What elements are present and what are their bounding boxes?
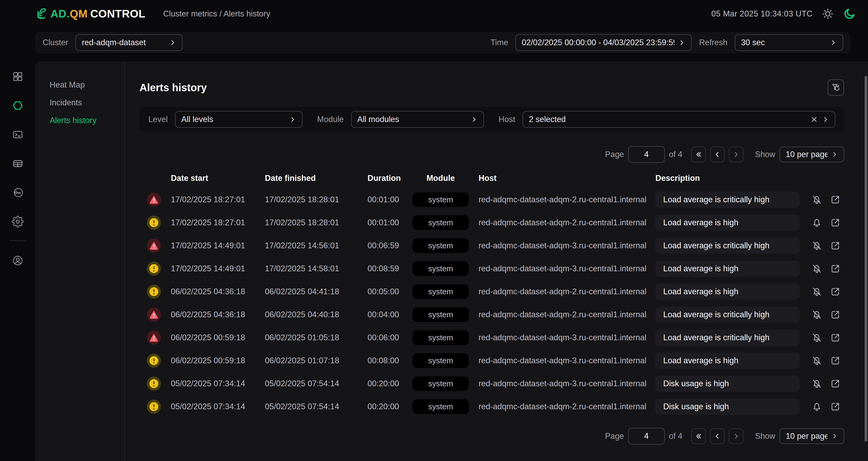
column-header-date-finished: Date finished [262, 174, 361, 183]
page-number-input[interactable] [628, 146, 665, 163]
table-icon[interactable] [12, 157, 24, 170]
table-row[interactable]: 06/02/2025 04:36:18 06/02/2025 04:40:18 … [140, 303, 844, 326]
table-row[interactable]: 06/02/2025 00:59:18 06/02/2025 01:05:18 … [140, 326, 844, 349]
duration-cell: 00:01:00 [361, 195, 408, 204]
description-cell: Load average is critically high [648, 192, 808, 208]
table-row[interactable]: 17/02/2025 18:27:01 17/02/2025 18:28:01 … [140, 188, 844, 211]
open-alert-cell [826, 240, 845, 251]
gear-icon[interactable] [12, 215, 24, 228]
date-finished-cell: 06/02/2025 01:05:18 [262, 333, 361, 342]
table-row[interactable]: 05/02/2025 07:34:14 05/02/2025 07:54:14 … [140, 372, 844, 395]
prev-page-button[interactable] [710, 428, 724, 444]
module-badge: system [412, 376, 469, 391]
dashboard-icon[interactable] [12, 70, 24, 83]
external-link-icon[interactable] [830, 309, 841, 320]
time-range-select[interactable]: 02/02/2025 00:00:00 - 04/03/2025 23:59:5… [515, 34, 692, 51]
time-range-value: 02/02/2025 00:00:00 - 04/03/2025 23:59:5… [522, 38, 675, 47]
bell-icon[interactable] [811, 401, 823, 412]
module-select[interactable]: All modules [351, 111, 484, 128]
open-alert-cell [826, 401, 845, 412]
table-row[interactable]: 06/02/2025 00:59:18 06/02/2025 01:07:18 … [140, 349, 844, 372]
bell-slash-icon[interactable] [811, 263, 823, 275]
table-row[interactable]: 17/02/2025 18:27:01 17/02/2025 18:28:01 … [140, 211, 844, 234]
page-of-label: of 4 [669, 431, 683, 441]
external-link-icon[interactable] [830, 286, 841, 297]
table-row[interactable]: 06/02/2025 04:36:18 06/02/2025 04:41:18 … [140, 280, 844, 303]
per-page-select[interactable]: 10 per page [779, 147, 844, 162]
bell-slash-icon[interactable] [811, 286, 823, 297]
per-page-value: 10 per page [786, 431, 828, 441]
table-row[interactable]: 05/02/2025 07:34:14 05/02/2025 07:54:14 … [140, 395, 844, 418]
sun-icon[interactable] [822, 7, 834, 20]
open-alert-cell [826, 355, 845, 366]
cluster-value: red-adqm-dataset [82, 38, 165, 47]
terminal-icon[interactable] [12, 128, 24, 141]
date-finished-cell: 06/02/2025 01:07:18 [262, 356, 361, 365]
level-cell [140, 215, 168, 230]
sidebar-item-alerts-history[interactable]: Alerts history [35, 112, 124, 129]
external-link-icon[interactable] [830, 217, 841, 228]
prev-page-button[interactable] [710, 147, 724, 162]
module-cell: system [408, 261, 473, 276]
module-cell: system [408, 238, 473, 253]
cluster-hexagon-icon[interactable] [12, 99, 24, 112]
warning-level-icon [147, 377, 161, 391]
next-page-button[interactable] [729, 428, 743, 444]
time-label: Time [491, 38, 508, 47]
refresh-label: Refresh [699, 38, 727, 47]
chevron-right-icon [831, 433, 838, 439]
first-page-button[interactable] [691, 147, 706, 162]
refresh-select[interactable]: 30 sec [735, 34, 843, 51]
clear-host-icon[interactable] [810, 116, 818, 123]
per-page-select[interactable]: 10 per page [779, 428, 844, 444]
description-pill: Load average is critically high [655, 192, 800, 208]
description-cell: Load average is critically high [648, 307, 808, 323]
bell-slash-icon[interactable] [811, 355, 823, 366]
external-link-icon[interactable] [830, 355, 841, 366]
bell-icon[interactable] [811, 217, 823, 228]
module-badge: system [412, 261, 469, 276]
open-alert-cell [826, 378, 845, 390]
moon-icon[interactable] [843, 7, 856, 20]
external-link-icon[interactable] [830, 401, 841, 412]
bell-slash-icon[interactable] [811, 194, 823, 205]
level-select[interactable]: All levels [175, 111, 303, 128]
module-cell: system [408, 192, 473, 207]
page-number-input[interactable] [628, 428, 665, 444]
host-select[interactable]: 2 selected [523, 111, 835, 128]
chevron-right-icon [830, 39, 837, 46]
notification-cell [808, 286, 826, 297]
key-icon[interactable] [12, 186, 24, 199]
level-cell [140, 262, 168, 276]
scrollbar[interactable] [865, 76, 867, 442]
sidebar-item-incidents[interactable]: Incidents [35, 94, 124, 112]
module-badge: system [412, 353, 469, 368]
external-link-icon[interactable] [830, 263, 841, 275]
sidebar-item-heat-map[interactable]: Heat Map [35, 76, 124, 94]
description-pill: Disk usage is high [655, 376, 800, 392]
reset-filters-button[interactable] [828, 79, 844, 96]
bell-slash-icon[interactable] [811, 240, 823, 251]
first-page-button[interactable] [691, 428, 706, 444]
next-page-button[interactable] [729, 147, 743, 162]
external-link-icon[interactable] [830, 378, 841, 390]
cluster-select[interactable]: red-adqm-dataset [75, 34, 183, 51]
description-cell: Load average is critically high [648, 237, 808, 254]
date-finished-cell: 17/02/2025 14:58:01 [262, 264, 361, 273]
column-header-duration: Duration [361, 174, 408, 183]
external-link-icon[interactable] [830, 332, 841, 343]
external-link-icon[interactable] [830, 240, 841, 251]
account-icon[interactable] [12, 255, 24, 266]
table-row[interactable]: 17/02/2025 14:49:01 17/02/2025 14:56:01 … [140, 234, 844, 257]
host-cell: red-adqmc-dataset-adqm-2.ru-central1.int… [473, 195, 648, 204]
show-label: Show [755, 431, 775, 441]
host-cell: red-adqmc-dataset-adqm-2.ru-central1.int… [473, 287, 648, 296]
logo[interactable]: AD.QMCONTROL [35, 7, 146, 21]
external-link-icon[interactable] [830, 194, 841, 205]
host-cell: red-adqmc-dataset-adqm-2.ru-central1.int… [473, 218, 648, 227]
bell-slash-icon[interactable] [811, 378, 823, 390]
table-row[interactable]: 17/02/2025 14:49:01 17/02/2025 14:58:01 … [140, 257, 844, 280]
bell-slash-icon[interactable] [811, 309, 823, 320]
bell-slash-icon[interactable] [811, 332, 823, 343]
description-cell: Load average is critically high [648, 329, 808, 346]
